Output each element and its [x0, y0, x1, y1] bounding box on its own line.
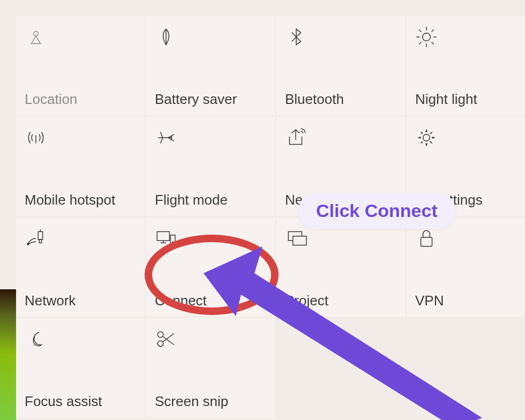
bluetooth-icon [285, 26, 396, 51]
tile-label: Location [25, 91, 136, 108]
tile-label: Screen snip [155, 393, 266, 410]
svg-line-10 [419, 42, 421, 44]
tile-vpn[interactable]: VPN [407, 218, 525, 317]
svg-line-8 [431, 42, 433, 44]
svg-line-7 [419, 29, 421, 32]
vpn-icon [415, 227, 525, 253]
connect-icon [155, 227, 266, 253]
gear-icon [415, 126, 525, 152]
night-light-icon [415, 26, 525, 51]
svg-point-21 [172, 242, 174, 243]
hotspot-icon [25, 126, 136, 152]
tile-label: Battery saver [155, 91, 266, 108]
tile-label: Mobile hotspot [25, 192, 136, 208]
tile-bluetooth[interactable]: Bluetooth [276, 16, 405, 115]
svg-point-26 [158, 341, 163, 347]
svg-rect-24 [421, 237, 432, 246]
tile-label: Connect [155, 292, 266, 309]
share-icon [285, 126, 396, 152]
svg-point-13 [27, 243, 29, 245]
moon-icon [25, 328, 136, 354]
tile-connect[interactable]: Connect [146, 218, 275, 317]
network-icon [25, 227, 136, 253]
svg-rect-17 [157, 231, 169, 241]
tile-network[interactable]: Network [16, 218, 145, 317]
tile-focus-assist[interactable]: Focus assist [16, 318, 145, 417]
tile-label: Project [285, 292, 396, 309]
tile-battery-saver[interactable]: Battery saver [146, 16, 275, 115]
tile-screen-snip[interactable]: Screen snip [146, 318, 275, 417]
svg-rect-15 [39, 239, 41, 243]
svg-point-25 [158, 332, 163, 338]
scissors-icon [155, 328, 266, 354]
tile-location[interactable]: Location [16, 16, 145, 115]
tile-flight-mode[interactable]: Flight mode [146, 117, 275, 216]
tile-label: Flight mode [155, 192, 266, 208]
tile-label: Bluetooth [285, 91, 396, 108]
svg-line-9 [431, 29, 433, 32]
annotation-callout: Click Connect [299, 193, 455, 229]
tile-project[interactable]: Project [276, 218, 405, 317]
desktop-background-edge [0, 289, 16, 420]
project-icon [285, 227, 396, 253]
airplane-icon [155, 126, 266, 152]
svg-rect-23 [293, 236, 306, 245]
tile-label: Network [25, 292, 136, 309]
leaf-icon [155, 26, 266, 51]
tile-night-light[interactable]: Night light [407, 16, 525, 115]
tile-label: Night light [415, 91, 525, 108]
svg-point-12 [423, 134, 430, 141]
svg-rect-14 [38, 231, 42, 239]
annotation-callout-text: Click Connect [316, 200, 438, 221]
tile-label: VPN [415, 292, 525, 309]
tile-mobile-hotspot[interactable]: Mobile hotspot [16, 117, 145, 216]
tile-label: Focus assist [25, 393, 136, 410]
location-icon [25, 26, 136, 51]
